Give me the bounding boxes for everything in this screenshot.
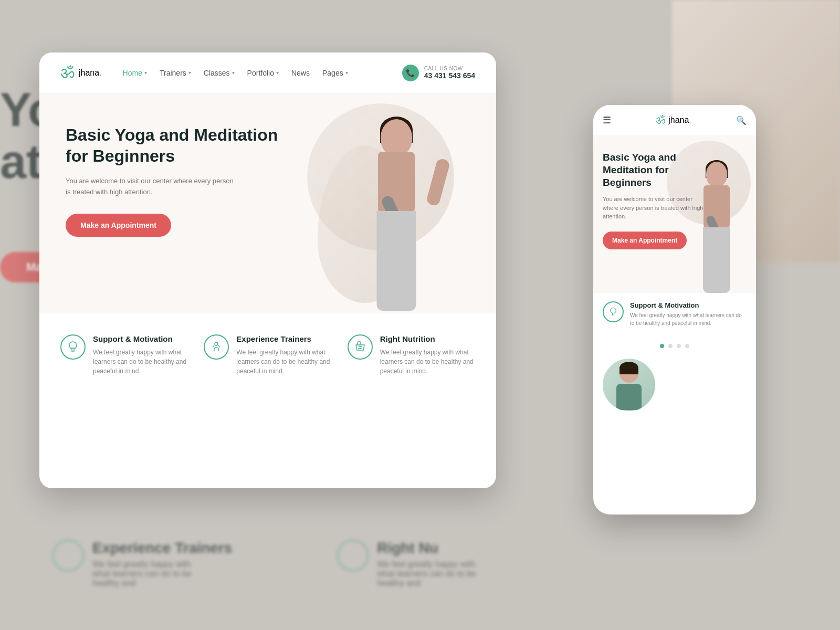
hero-description: You are welcome to visit our center wher… xyxy=(66,176,234,198)
nav-links: Home ▾ Trainers ▾ Classes ▾ Portfolio ▾ … xyxy=(123,69,402,77)
hero-person-illustration xyxy=(339,114,465,313)
home-arrow-icon: ▾ xyxy=(144,70,147,76)
pages-arrow-icon: ▾ xyxy=(345,70,348,76)
mobile-carousel-dots xyxy=(593,335,756,353)
mobile-support-icon xyxy=(603,301,624,322)
mobile-feature-support-title: Support & Motivation xyxy=(630,301,747,309)
nav-classes[interactable]: Classes ▾ xyxy=(204,69,235,77)
hero-title: Basic Yoga and Meditation for Beginners xyxy=(66,124,286,166)
trainers-icon xyxy=(204,334,229,360)
mobile-features: Support & Motivation We feel greatly hap… xyxy=(593,293,756,335)
phone-icon: 📞 xyxy=(402,65,419,81)
search-icon[interactable]: 🔍 xyxy=(736,116,747,125)
bg-feature-trainer-text: Experience Trainers We feel greatly happ… xyxy=(92,540,232,588)
nav-pages[interactable]: Pages ▾ xyxy=(322,69,348,77)
bg-bottom-features: Experience Trainers We feel greatly happ… xyxy=(0,540,840,588)
call-info: CALL US NOW 43 431 543 654 xyxy=(424,66,475,80)
nav-home[interactable]: Home ▾ xyxy=(123,69,147,77)
nav-call: 📞 CALL US NOW 43 431 543 654 xyxy=(402,65,475,81)
dot-4[interactable] xyxy=(685,344,689,348)
person-pants xyxy=(377,211,416,311)
feature-trainers: Experience Trainers We feel greatly happ… xyxy=(204,334,331,376)
mobile-logo-om: ॐ xyxy=(656,113,665,127)
feature-trainers-text: Experience Trainers We feel greatly happ… xyxy=(236,334,331,376)
feature-support: Support & Motivation We feel greatly hap… xyxy=(60,334,188,376)
person-body xyxy=(344,119,449,313)
feature-nutrition-title: Right Nutrition xyxy=(380,334,475,343)
feature-support-desc: We feel greatly happy with what learners… xyxy=(93,348,188,376)
mobile-card: ☰ ॐ jhana. 🔍 Basic Yoga and Meditation f… xyxy=(593,105,756,514)
desktop-hero: Basic Yoga and Meditation for Beginners … xyxy=(39,93,496,313)
desktop-features: Support & Motivation We feel greatly hap… xyxy=(39,313,496,392)
thumb-head xyxy=(620,364,638,383)
bg-feature-nutrition: Right Nu We feel greatly happy with what… xyxy=(337,540,492,588)
portfolio-arrow-icon: ▾ xyxy=(276,70,279,76)
mobile-hero-cta-button[interactable]: Make an Appointment xyxy=(603,232,687,249)
mobile-logo-text: jhana. xyxy=(668,116,691,125)
mobile-feature-support-desc: We feel greatly happy with what learners… xyxy=(630,311,747,327)
dot-3[interactable] xyxy=(677,344,681,348)
logo-text: jhana. xyxy=(79,68,102,78)
nav-news[interactable]: News xyxy=(291,69,310,77)
mobile-feature-support-text: Support & Motivation We feel greatly hap… xyxy=(630,301,747,327)
feature-nutrition-desc: We feel greatly happy with what learners… xyxy=(380,348,475,376)
thumb-person-body xyxy=(608,364,650,411)
mobile-navbar: ☰ ॐ jhana. 🔍 xyxy=(593,105,756,135)
mobile-feature-support: Support & Motivation We feel greatly hap… xyxy=(603,301,747,327)
mobile-logo[interactable]: ॐ jhana. xyxy=(656,113,691,127)
nutrition-icon xyxy=(348,334,373,360)
hamburger-icon[interactable]: ☰ xyxy=(603,114,611,126)
bg-feature-trainers: Experience Trainers We feel greatly happ… xyxy=(52,540,232,588)
support-icon xyxy=(60,334,86,360)
thumb-hair xyxy=(620,362,638,374)
mobile-person-thumbnail xyxy=(603,359,655,411)
feature-support-title: Support & Motivation xyxy=(93,334,188,343)
feature-support-text: Support & Motivation We feel greatly hap… xyxy=(93,334,188,376)
nav-trainers[interactable]: Trainers ▾ xyxy=(160,69,191,77)
mobile-person-illustration xyxy=(682,162,751,293)
feature-nutrition: Right Nutrition We feel greatly happy wi… xyxy=(348,334,475,376)
bg-nutrition-icon xyxy=(337,540,369,571)
hero-content: Basic Yoga and Meditation for Beginners … xyxy=(66,124,286,237)
dot-2[interactable] xyxy=(668,344,673,348)
nav-portfolio[interactable]: Portfolio ▾ xyxy=(247,69,279,77)
svg-point-0 xyxy=(215,342,218,345)
desktop-navbar: ॐ jhana. Home ▾ Trainers ▾ Classes ▾ Por… xyxy=(39,52,496,93)
feature-nutrition-text: Right Nutrition We feel greatly happy wi… xyxy=(380,334,475,376)
hero-cta-button[interactable]: Make an Appointment xyxy=(66,214,171,237)
classes-arrow-icon: ▾ xyxy=(232,70,235,76)
desktop-logo[interactable]: ॐ jhana. xyxy=(60,63,102,82)
mobile-person-pants xyxy=(703,227,730,293)
bg-trainer-icon xyxy=(52,540,84,571)
mobile-hero: Basic Yoga and Meditation for Beginners … xyxy=(593,135,756,293)
mobile-person-body xyxy=(682,162,751,293)
trainers-arrow-icon: ▾ xyxy=(188,70,191,76)
thumb-body xyxy=(616,384,642,410)
person-head xyxy=(381,119,412,156)
mobile-person-head xyxy=(706,162,727,187)
logo-om-symbol: ॐ xyxy=(60,63,75,82)
person-right-arm xyxy=(426,158,450,206)
mobile-person-torso xyxy=(704,185,730,230)
feature-trainers-desc: We feel greatly happy with what learners… xyxy=(236,348,331,376)
bg-feature-nutrition-text: Right Nu We feel greatly happy with what… xyxy=(377,540,492,588)
feature-trainers-title: Experience Trainers xyxy=(236,334,331,343)
desktop-card: ॐ jhana. Home ▾ Trainers ▾ Classes ▾ Por… xyxy=(39,52,496,488)
dot-1[interactable] xyxy=(660,344,664,348)
